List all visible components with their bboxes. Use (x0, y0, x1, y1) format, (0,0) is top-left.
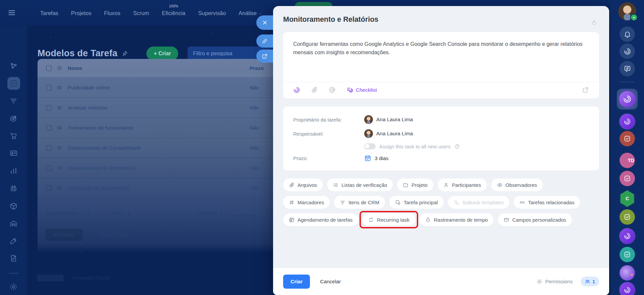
row-checkbox[interactable] (46, 165, 52, 171)
rail-crm[interactable] (7, 94, 20, 107)
flame-icon[interactable] (590, 19, 598, 27)
Treinamento de funcionários[interactable]: Treinamento de funcionários Não (38, 118, 273, 138)
access-count-pill[interactable]: 1 (581, 277, 599, 286)
rail-marketing[interactable] (7, 112, 20, 125)
row-checkbox[interactable] (46, 125, 52, 131)
nav-projetos[interactable]: Projetos (71, 10, 91, 16)
cartoon-avatar[interactable] (620, 265, 635, 281)
create-button[interactable]: Criar (283, 275, 310, 289)
chip-marcadores[interactable]: Marcadores (283, 196, 330, 209)
rail-tasks-active[interactable] (7, 77, 20, 90)
owner-value[interactable]: Ana Laura Lima (364, 115, 589, 124)
create-template-button[interactable]: + Criar (146, 47, 178, 61)
expand-editor-icon[interactable] (582, 86, 589, 93)
row-checkbox[interactable] (46, 145, 52, 151)
deadline-value[interactable]: 3 dias (375, 155, 388, 161)
row-checkbox[interactable] (46, 105, 52, 110)
rail-contacts[interactable] (7, 146, 20, 160)
notifications-button[interactable] (620, 26, 635, 42)
tasks-app-red[interactable] (620, 131, 635, 146)
description-editor[interactable]: Configurar ferramentas como Google Analy… (283, 32, 599, 82)
rail-automation[interactable] (7, 182, 20, 195)
attach-icon[interactable] (311, 86, 318, 93)
Departamento de Contabilidade[interactable]: Departamento de Contabilidade Não (38, 138, 273, 158)
next-page-clipped[interactable]: P (270, 211, 273, 216)
rail-network[interactable] (7, 59, 20, 72)
messenger-button[interactable] (620, 61, 635, 76)
rail-documents[interactable] (7, 251, 20, 265)
table-settings-icon[interactable] (56, 65, 63, 71)
Publicidade online[interactable]: Publicidade online Não (38, 78, 273, 98)
deadline-column-header[interactable]: Prazo (250, 65, 273, 71)
chip-agendamento-de-tarefas[interactable]: Agendamento de tarefas (283, 213, 358, 226)
chip-participantes[interactable]: Participantes (438, 178, 487, 191)
copilot-app-2[interactable] (620, 228, 635, 244)
responsible-value[interactable]: Ana Laura Lima (364, 129, 589, 138)
drag-handle-icon[interactable] (56, 104, 63, 111)
row-checkbox[interactable] (46, 186, 52, 191)
chip-itens-de-crm[interactable]: Itens de CRM (334, 196, 385, 209)
select-all-checkbox[interactable] (46, 66, 52, 71)
nav-analise[interactable]: Análise (239, 10, 262, 16)
nav-eficiencia[interactable]: 100% Eficiência (162, 10, 186, 16)
rail-warehouse[interactable] (7, 217, 20, 230)
Analisar métricas[interactable]: Analisar métricas Não (38, 98, 273, 118)
drag-handle-icon[interactable] (56, 84, 63, 91)
for-all-control[interactable]: PARA TODOS (91, 232, 128, 238)
nav-supervisao[interactable]: Supervisão (198, 10, 226, 16)
chip-rastreamento-de-tempo[interactable]: Rastreamento de tempo (420, 213, 494, 226)
assign-all-toggle[interactable] (364, 143, 376, 149)
chip-arquivos[interactable]: Arquivos (283, 178, 323, 191)
rail-analytics[interactable] (7, 164, 20, 177)
chip-recurring-task[interactable]: Recurring task (363, 213, 415, 226)
drag-handle-icon[interactable] (56, 185, 63, 191)
chip-tarefas-relacionadas[interactable]: Tarefas relacionadas (514, 196, 580, 209)
rail-settings[interactable] (7, 280, 20, 293)
chip-campos-personalizados[interactable]: Campos personalizados (498, 213, 572, 226)
app-td[interactable]: TD (620, 153, 635, 168)
drag-handle-icon[interactable] (56, 165, 63, 171)
copilot-icon[interactable] (293, 86, 300, 93)
checklist-button[interactable]: Checklist (346, 86, 377, 93)
user-avatar[interactable] (618, 2, 636, 20)
delete-button[interactable]: EXCLUIR (46, 229, 83, 241)
mention-icon[interactable] (329, 86, 336, 93)
chip-observadores[interactable]: Observadores (491, 178, 543, 191)
app-hexagon-c[interactable]: C (619, 190, 635, 207)
rail-esign[interactable] (7, 234, 20, 247)
menu-button[interactable] (7, 8, 16, 17)
cancel-button[interactable]: Cancelar (320, 279, 341, 285)
chip-projeto[interactable]: Projeto (397, 178, 433, 191)
copilot-app-partial[interactable] (620, 282, 635, 295)
tasks-app-pink[interactable] (620, 171, 635, 186)
page-number[interactable]: 1 (220, 211, 223, 216)
calendar-icon[interactable] (364, 155, 371, 162)
tasks-app-olive[interactable] (620, 209, 635, 225)
drag-handle-icon[interactable] (56, 145, 63, 151)
open-in-new-button[interactable] (256, 50, 273, 63)
Aprovação de documentos[interactable]: Aprovação de documentos Não (38, 178, 273, 198)
name-column-header[interactable]: Nome (68, 65, 250, 71)
row-checkbox[interactable] (46, 85, 52, 90)
nav-fluxos[interactable]: Fluxos (104, 10, 121, 16)
drag-handle-icon[interactable] (56, 125, 63, 131)
footer-language[interactable]: Português (Brasil) (72, 275, 110, 281)
nav-scrum[interactable]: Scrum (133, 10, 149, 16)
copilot-button[interactable] (620, 44, 635, 59)
chip-tarefa-principal[interactable]: Tarefa principal (389, 196, 444, 209)
Departamento de Informática[interactable]: Departamento de Informática Não (38, 158, 273, 178)
copilot-app-active[interactable] (617, 89, 638, 109)
pin-icon[interactable] (121, 50, 128, 57)
deadline-value-row[interactable]: 3 dias (364, 155, 589, 162)
help-icon[interactable] (454, 144, 460, 149)
permissions-button[interactable]: Permissions (536, 279, 573, 285)
rail-sales[interactable] (7, 129, 20, 142)
chip-listas-de-verificacao[interactable]: Listas de verificação (327, 178, 393, 191)
for-all-checkbox[interactable] (91, 232, 96, 238)
copilot-app[interactable] (620, 114, 635, 129)
rail-catalog[interactable] (7, 199, 20, 213)
tasks-app-teal[interactable] (620, 247, 635, 262)
nav-tarefas[interactable]: Tarefas (40, 10, 58, 16)
copy-link-button[interactable] (256, 34, 273, 48)
close-modal-button[interactable] (256, 15, 273, 30)
